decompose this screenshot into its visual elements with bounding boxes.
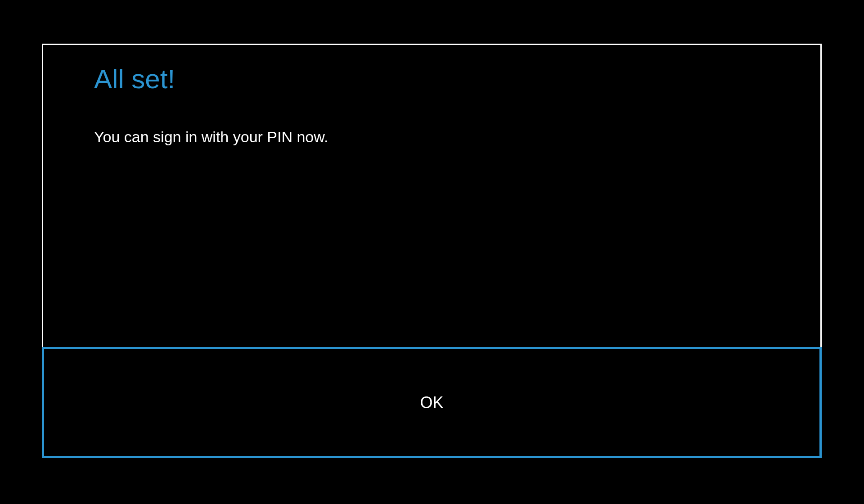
dialog-content: All set! You can sign in with your PIN n… [43,45,820,347]
dialog-message: You can sign in with your PIN now. [94,127,770,147]
ok-button[interactable]: OK [42,347,822,458]
dialog-title: All set! [94,63,770,95]
ok-button-label: OK [420,393,443,412]
pin-setup-complete-dialog: All set! You can sign in with your PIN n… [42,44,822,458]
